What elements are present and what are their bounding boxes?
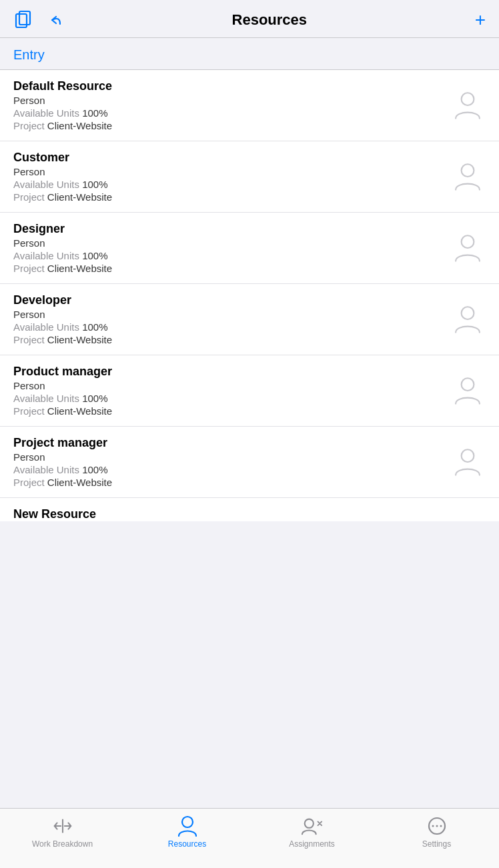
add-button[interactable]: + (475, 9, 486, 31)
resource-info: Product manager Person Available Units 1… (13, 365, 450, 417)
svg-point-2 (462, 93, 474, 105)
resource-item[interactable]: Customer Person Available Units 100% Pro… (0, 141, 499, 213)
resource-name: Developer (13, 293, 450, 307)
resource-units: Available Units 100% (13, 179, 450, 190)
resource-units: Available Units 100% (13, 321, 450, 333)
svg-point-5 (462, 307, 474, 319)
svg-point-7 (462, 449, 474, 462)
resource-type: Person (13, 451, 450, 463)
resource-item[interactable]: Default Resource Person Available Units … (0, 70, 499, 141)
tab-work-breakdown[interactable]: Work Breakdown (0, 815, 125, 849)
resource-type: Person (13, 237, 450, 249)
header-left (13, 9, 64, 31)
tab-assignments-label: Assignments (289, 839, 335, 849)
person-icon (450, 159, 486, 195)
resource-info: Developer Person Available Units 100% Pr… (13, 293, 450, 345)
resource-type: Person (13, 166, 450, 177)
section-label: Entry (0, 38, 499, 70)
resources-icon (177, 815, 198, 837)
resource-units: Available Units 100% (13, 393, 450, 404)
resource-info: Default Resource Person Available Units … (13, 79, 450, 131)
resource-units: Available Units 100% (13, 250, 450, 261)
tab-resources[interactable]: Resources (125, 815, 250, 849)
tab-settings-label: Settings (422, 839, 451, 849)
person-icon (450, 230, 486, 266)
person-icon (450, 444, 486, 480)
resource-project: Project Client-Website (13, 120, 450, 131)
assignments-icon (302, 815, 323, 837)
svg-point-11 (432, 825, 434, 827)
resource-name: Project manager (13, 436, 450, 450)
resource-info: Customer Person Available Units 100% Pro… (13, 151, 450, 203)
resource-name: Designer (13, 222, 450, 236)
resource-item[interactable]: Product manager Person Available Units 1… (0, 355, 499, 427)
resource-item-partial[interactable]: New Resource (0, 498, 499, 521)
svg-point-4 (462, 235, 474, 248)
tab-assignments[interactable]: Assignments (250, 815, 374, 849)
resource-item[interactable]: Designer Person Available Units 100% Pro… (0, 213, 499, 284)
resource-name: Customer (13, 151, 450, 165)
resource-project: Project Client-Website (13, 263, 450, 274)
tab-bar: Work Breakdown Resources Assignments (0, 808, 499, 868)
tab-resources-label: Resources (168, 839, 206, 849)
resource-units: Available Units 100% (13, 107, 450, 119)
page-title: Resources (64, 11, 475, 29)
resource-name: Product manager (13, 365, 450, 379)
svg-point-6 (462, 378, 474, 391)
resource-name: New Resource (13, 507, 486, 521)
person-icon (450, 301, 486, 337)
resource-type: Person (13, 380, 450, 391)
header: Resources + (0, 0, 499, 38)
person-icon (450, 87, 486, 123)
resource-project: Project Client-Website (13, 405, 450, 417)
back-button[interactable] (45, 11, 64, 29)
resource-item[interactable]: Project manager Person Available Units 1… (0, 427, 499, 498)
documents-button[interactable] (13, 9, 35, 31)
work-breakdown-icon (52, 815, 73, 837)
resource-project: Project Client-Website (13, 334, 450, 345)
svg-point-12 (436, 825, 438, 827)
svg-point-9 (304, 819, 313, 828)
settings-icon (426, 815, 448, 837)
tab-work-breakdown-label: Work Breakdown (32, 839, 93, 849)
resource-project: Project Client-Website (13, 191, 450, 203)
resource-item[interactable]: Developer Person Available Units 100% Pr… (0, 284, 499, 355)
resource-info: Project manager Person Available Units 1… (13, 436, 450, 488)
resource-type: Person (13, 95, 450, 106)
resource-info: Designer Person Available Units 100% Pro… (13, 222, 450, 274)
resource-project: Project Client-Website (13, 477, 450, 488)
tab-settings[interactable]: Settings (374, 815, 499, 849)
svg-point-13 (440, 825, 442, 827)
resource-name: Default Resource (13, 79, 450, 93)
svg-point-3 (462, 164, 474, 177)
resource-list: Default Resource Person Available Units … (0, 70, 499, 521)
svg-point-8 (182, 817, 193, 827)
resource-type: Person (13, 309, 450, 320)
person-icon (450, 373, 486, 409)
resource-units: Available Units 100% (13, 464, 450, 475)
